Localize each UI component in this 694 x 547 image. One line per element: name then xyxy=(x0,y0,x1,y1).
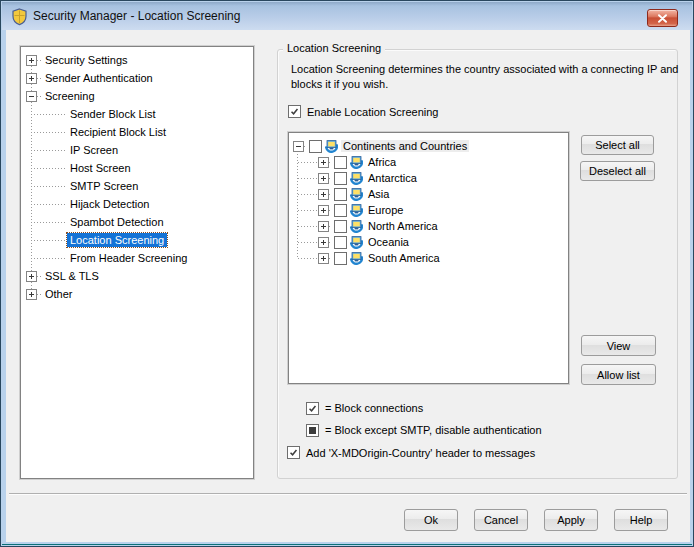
nav-item-sender-authentication[interactable]: Sender Authentication xyxy=(21,69,253,87)
computer-network-icon xyxy=(349,155,363,169)
country-checkbox[interactable] xyxy=(334,204,347,217)
nav-item-sender-block-list[interactable]: Sender Block List xyxy=(21,105,253,123)
country-checkbox[interactable] xyxy=(334,220,347,233)
tree-connector xyxy=(298,162,318,163)
tree-connector xyxy=(298,194,318,195)
plus-box-icon[interactable] xyxy=(26,289,37,300)
nav-item-ssl-tls[interactable]: SSL & TLS xyxy=(21,267,253,285)
plus-box-icon[interactable] xyxy=(318,253,329,264)
country-node-continents-and-countries[interactable]: Continents and Countries xyxy=(289,138,568,154)
cancel-button[interactable]: Cancel xyxy=(474,509,528,531)
legend-checkbox-indeterminate xyxy=(306,424,319,437)
close-button[interactable] xyxy=(647,9,678,27)
country-node-north-america[interactable]: North America xyxy=(289,218,568,234)
legend-row-block-connections: = Block connections xyxy=(306,397,542,419)
tree-connector xyxy=(329,178,332,179)
countries-tree: Continents and CountriesAfricaAntarctica… xyxy=(288,132,569,384)
nav-item-label: Hijack Detection xyxy=(67,197,152,211)
tree-connector xyxy=(304,146,307,147)
country-checkbox[interactable] xyxy=(334,252,347,265)
security-manager-window: Security Manager - Location Screening Se… xyxy=(0,0,694,547)
plus-box-icon[interactable] xyxy=(26,73,37,84)
add-header-label: Add 'X-MDOrigin-Country' header to messa… xyxy=(306,447,535,459)
nav-item-host-screen[interactable]: Host Screen xyxy=(21,159,253,177)
plus-box-icon[interactable] xyxy=(318,189,329,200)
country-checkbox[interactable] xyxy=(334,172,347,185)
tree-connector xyxy=(31,150,67,151)
nav-item-label: Host Screen xyxy=(67,161,134,175)
nav-item-other[interactable]: Other xyxy=(21,285,253,303)
computer-network-icon xyxy=(349,187,363,201)
plus-box-icon[interactable] xyxy=(26,55,37,66)
plus-box-icon[interactable] xyxy=(318,237,329,248)
country-node-asia[interactable]: Asia xyxy=(289,186,568,202)
add-header-checkbox[interactable] xyxy=(287,446,300,459)
plus-box-icon[interactable] xyxy=(318,205,329,216)
nav-item-screening[interactable]: Screening xyxy=(21,87,253,105)
add-header-row[interactable]: Add 'X-MDOrigin-Country' header to messa… xyxy=(287,446,535,459)
enable-location-screening-row[interactable]: Enable Location Screening xyxy=(288,105,438,118)
plus-box-icon[interactable] xyxy=(26,271,37,282)
close-icon xyxy=(657,14,668,23)
plus-box-icon[interactable] xyxy=(318,221,329,232)
country-checkbox[interactable] xyxy=(309,140,322,153)
nav-item-label: Sender Block List xyxy=(67,107,159,121)
select-all-button[interactable]: Select all xyxy=(581,135,654,155)
tree-connector xyxy=(298,242,318,243)
tree-connector xyxy=(31,168,67,169)
nav-item-location-screening[interactable]: Location Screening xyxy=(21,231,253,249)
country-node-europe[interactable]: Europe xyxy=(289,202,568,218)
minus-box-icon[interactable] xyxy=(26,91,37,102)
apply-button[interactable]: Apply xyxy=(544,509,598,531)
tree-connector xyxy=(298,178,318,179)
nav-item-ip-screen[interactable]: IP Screen xyxy=(21,141,253,159)
computer-network-icon xyxy=(349,219,363,233)
deselect-all-button[interactable]: Deselect all xyxy=(580,161,655,181)
tree-connector xyxy=(298,226,318,227)
plus-box-icon[interactable] xyxy=(318,173,329,184)
tree-connector xyxy=(329,258,332,259)
country-label: South America xyxy=(366,252,442,264)
view-button[interactable]: View xyxy=(581,335,656,356)
nav-item-label: SSL & TLS xyxy=(42,269,102,283)
country-node-antarctica[interactable]: Antarctica xyxy=(289,170,568,186)
titlebar[interactable]: Security Manager - Location Screening xyxy=(2,2,692,30)
computer-network-icon xyxy=(349,171,363,185)
nav-tree: Security SettingsSender AuthenticationSc… xyxy=(20,46,254,479)
country-checkbox[interactable] xyxy=(334,156,347,169)
ok-button[interactable]: Ok xyxy=(404,509,458,531)
nav-item-label: SMTP Screen xyxy=(67,179,141,193)
view-label: View xyxy=(607,340,631,352)
tree-connector xyxy=(31,222,67,223)
legend-row-block-except-smtp-disable-authentication: = Block except SMTP, disable authenticat… xyxy=(306,419,542,441)
country-label: Asia xyxy=(366,188,391,200)
nav-item-spambot-detection[interactable]: Spambot Detection xyxy=(21,213,253,231)
tree-connector xyxy=(31,204,67,205)
country-node-south-america[interactable]: South America xyxy=(289,250,568,266)
allow-list-button[interactable]: Allow list xyxy=(581,364,656,385)
tree-connector xyxy=(31,114,67,115)
nav-item-recipient-block-list[interactable]: Recipient Block List xyxy=(21,123,253,141)
nav-item-label: Spambot Detection xyxy=(67,215,167,229)
nav-item-hijack-detection[interactable]: Hijack Detection xyxy=(21,195,253,213)
country-node-oceania[interactable]: Oceania xyxy=(289,234,568,250)
country-checkbox[interactable] xyxy=(334,236,347,249)
minus-box-icon[interactable] xyxy=(293,141,304,152)
tree-connector xyxy=(329,242,332,243)
enable-checkbox[interactable] xyxy=(288,105,301,118)
shield-icon xyxy=(11,8,28,26)
description-text: Location Screening determines the countr… xyxy=(291,62,683,92)
country-node-africa[interactable]: Africa xyxy=(289,154,568,170)
enable-label: Enable Location Screening xyxy=(307,106,438,118)
legend-checkbox-checked xyxy=(306,402,319,415)
nav-item-from-header-screening[interactable]: From Header Screening xyxy=(21,249,253,267)
nav-item-security-settings[interactable]: Security Settings xyxy=(21,51,253,69)
plus-box-icon[interactable] xyxy=(318,157,329,168)
country-checkbox[interactable] xyxy=(334,188,347,201)
window-bottom-edge xyxy=(2,544,692,545)
country-label: Continents and Countries xyxy=(341,140,469,152)
nav-item-smtp-screen[interactable]: SMTP Screen xyxy=(21,177,253,195)
country-label: North America xyxy=(366,220,440,232)
country-label: Europe xyxy=(366,204,405,216)
help-button[interactable]: Help xyxy=(614,509,668,531)
